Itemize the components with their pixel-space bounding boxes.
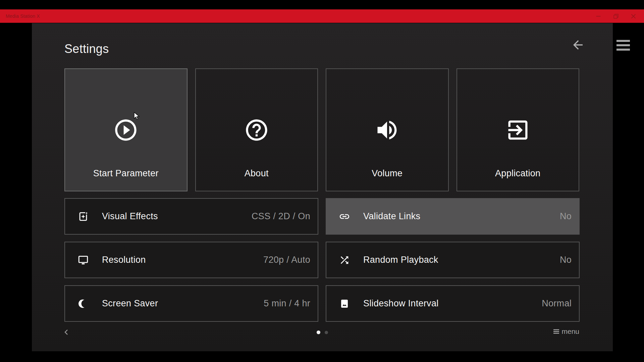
window-title: Media Station X <box>6 9 40 23</box>
tile-about[interactable]: About <box>195 68 318 191</box>
restore-icon <box>613 14 619 19</box>
help-circle-icon <box>244 117 269 143</box>
row-value: CSS / 2D / On <box>252 211 310 222</box>
close-button[interactable] <box>625 9 642 23</box>
row-label: Slideshow Interval <box>363 298 439 309</box>
row-label: Random Playback <box>363 255 438 265</box>
tile-application[interactable]: Application <box>457 68 580 191</box>
row-label: Resolution <box>102 255 146 265</box>
row-label: Visual Effects <box>102 211 158 222</box>
row-value: 720p / Auto <box>263 255 310 265</box>
row-slideshow-interval[interactable]: Slideshow Interval Normal <box>326 285 580 322</box>
settings-list: Visual Effects CSS / 2D / On Validate Li… <box>64 198 580 322</box>
exit-to-app-icon <box>505 117 531 143</box>
titlebar: Media Station X <box>0 9 644 23</box>
close-icon <box>631 14 636 19</box>
play-circle-icon <box>113 117 139 143</box>
moon-icon <box>77 298 89 309</box>
page-title: Settings <box>64 42 109 56</box>
back-button[interactable] <box>571 38 585 52</box>
menu-button[interactable]: menu <box>553 326 579 337</box>
page-dot-active[interactable] <box>317 330 320 334</box>
hamburger-icon <box>616 40 630 42</box>
window-controls <box>590 9 642 23</box>
row-value: No <box>560 211 572 222</box>
row-value: 5 min / 4 hr <box>264 298 310 309</box>
row-value: Normal <box>542 298 572 309</box>
arrow-left-icon <box>571 38 585 52</box>
tile-label: Start Parameter <box>65 168 187 179</box>
tile-label: Application <box>457 168 579 179</box>
tile-label: Volume <box>326 168 448 179</box>
volume-up-icon <box>374 117 400 143</box>
page-dot-inactive[interactable] <box>325 331 328 334</box>
page-indicator <box>32 330 613 334</box>
settings-panel: Settings Start Parameter <box>32 23 613 351</box>
row-validate-links[interactable]: Validate Links No <box>326 198 580 235</box>
image-icon <box>339 298 350 309</box>
tile-grid: Start Parameter About Volume <box>64 68 579 191</box>
tile-volume[interactable]: Volume <box>326 68 449 191</box>
main-menu-button[interactable] <box>616 40 630 51</box>
minimize-button[interactable] <box>590 9 607 23</box>
visual-effects-icon <box>77 211 89 222</box>
mouse-cursor <box>133 112 141 121</box>
app-window: Media Station X Settings <box>0 0 644 362</box>
link-icon <box>339 211 350 222</box>
row-label: Validate Links <box>363 211 420 222</box>
row-value: No <box>560 255 572 265</box>
row-screen-saver[interactable]: Screen Saver 5 min / 4 hr <box>64 285 318 322</box>
row-resolution[interactable]: Resolution 720p / Auto <box>64 242 318 278</box>
menu-lines-icon <box>553 329 559 334</box>
row-random-playback[interactable]: Random Playback No <box>326 242 580 278</box>
minimize-icon <box>596 14 601 18</box>
row-label: Screen Saver <box>102 298 158 309</box>
shuffle-icon <box>339 254 350 266</box>
monitor-icon <box>77 254 89 266</box>
tile-start-parameter[interactable]: Start Parameter <box>64 68 187 191</box>
restore-button[interactable] <box>607 9 625 23</box>
tile-label: About <box>196 168 318 179</box>
row-visual-effects[interactable]: Visual Effects CSS / 2D / On <box>64 198 318 235</box>
menu-label: menu <box>561 327 579 336</box>
